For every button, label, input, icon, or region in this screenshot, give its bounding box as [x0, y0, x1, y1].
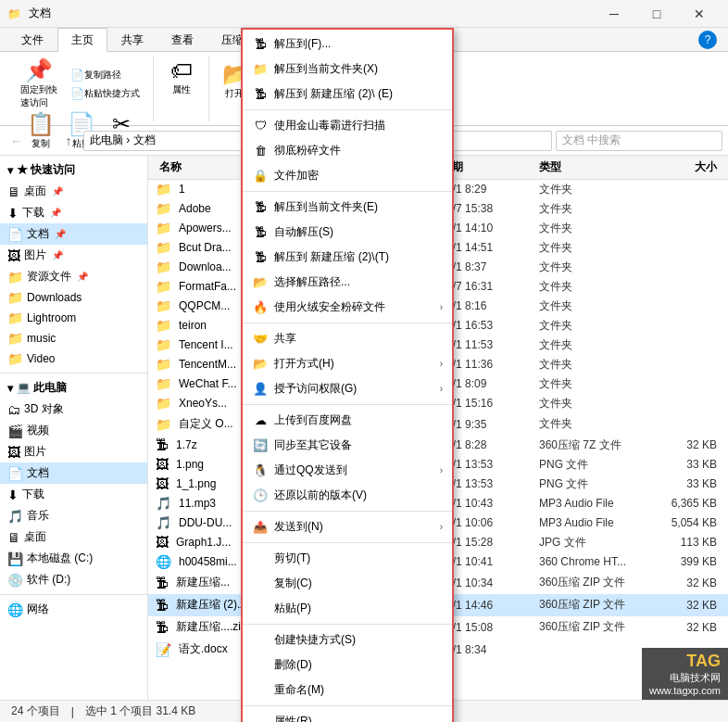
context-menu-item[interactable]: 🕒 还原以前的版本(V) — [243, 483, 452, 508]
ctx-item-label: 自动解压(S) — [274, 224, 443, 240]
file-type-icon: 📁 — [156, 318, 171, 333]
ctx-item-label: 同步至其它设备 — [274, 437, 443, 453]
sidebar-item-lightroom[interactable]: 📁 Lightroom — [0, 308, 147, 328]
context-menu-item[interactable]: 🔥 使用火绒安全粉碎文件 › — [243, 295, 452, 320]
context-menu-item[interactable]: 🗑 彻底粉碎文件 — [243, 138, 452, 163]
ctx-item-icon: 📂 — [252, 275, 269, 289]
forward-button[interactable]: → — [31, 130, 54, 152]
tab-file[interactable]: 文件 — [7, 28, 57, 52]
ctx-item-label: 剪切(T) — [274, 551, 443, 566]
context-menu-item[interactable]: 粘贴(P) — [243, 596, 452, 621]
context-menu-item[interactable]: 重命名(M) — [243, 678, 452, 703]
copy-path-button[interactable]: 📄 复制路径 — [65, 67, 145, 83]
sidebar-item-dl[interactable]: ⬇ 下载 — [0, 484, 147, 505]
context-menu-item[interactable]: 🔒 文件加密 — [243, 163, 452, 188]
ctx-item-label: 使用火绒安全粉碎文件 — [274, 299, 434, 315]
sidebar-item-3d[interactable]: 🗂 3D 对象 — [0, 399, 147, 420]
sidebar-item-downloads2[interactable]: 📁 Downloads — [0, 287, 147, 308]
close-button[interactable]: ✕ — [678, 0, 721, 28]
sidebar-item-pictures2[interactable]: 🖼 图片 — [0, 441, 147, 462]
file-type: JPG 文件 — [535, 535, 646, 551]
minimize-button[interactable]: ─ — [593, 0, 635, 28]
file-type-icon: 📁 — [156, 279, 171, 294]
pin-icon4: 📌 — [52, 250, 63, 260]
path-text: 此电脑 › 文档 — [90, 133, 156, 148]
header-type[interactable]: 类型 — [535, 158, 646, 177]
search-box[interactable]: 文档 中搜索 — [556, 131, 722, 151]
context-menu-item[interactable]: 🔄 同步至其它设备 — [243, 433, 452, 458]
file-type-icon: 📁 — [156, 182, 171, 196]
header-size[interactable]: 大小 — [646, 158, 721, 177]
sidebar-item-downloads[interactable]: ⬇ 下载 📌 — [0, 202, 147, 223]
context-menu-item[interactable]: 删除(D) — [243, 652, 452, 678]
watermark-site: 电脑技术网 — [649, 671, 721, 685]
context-menu-item[interactable]: 👤 授予访问权限(G) › — [243, 376, 452, 401]
sidebar-item-documents[interactable]: 📄 文档 📌 — [0, 223, 147, 245]
quick-access-header[interactable]: ▾ ★ 快速访问 — [0, 159, 147, 181]
file-type-icon: 🗜 — [156, 620, 169, 635]
file-type: 文件夹 — [535, 357, 646, 373]
status-total: 24 个项目 — [11, 703, 60, 719]
ctx-item-label: 解压到 新建压缩 (2)\ (E) — [274, 86, 443, 102]
status-separator: | — [71, 705, 74, 718]
context-menu-item[interactable]: 剪切(T) — [243, 546, 452, 571]
pin-to-quickaccess-button[interactable]: 📌 固定到快速访问 — [15, 57, 63, 111]
maximize-button[interactable]: □ — [635, 0, 678, 28]
context-menu-item[interactable]: 📂 选择解压路径... — [243, 270, 452, 295]
context-menu-item[interactable]: ☁ 上传到百度网盘 — [243, 408, 452, 433]
tab-home[interactable]: 主页 — [57, 28, 107, 52]
context-menu-item[interactable]: 📁 解压到当前文件夹(X) — [243, 57, 452, 82]
drive-icon: 💾 — [7, 551, 23, 566]
desktop-icon: 🖥 — [7, 184, 20, 199]
tab-view[interactable]: 查看 — [157, 28, 207, 52]
sidebar-item-desktop[interactable]: 🖥 桌面 📌 — [0, 181, 147, 202]
sidebar-item-desk2[interactable]: 🖥 桌面 — [0, 526, 147, 548]
sidebar-item-docs2[interactable]: 📄 文档 — [0, 462, 147, 484]
help-icon[interactable]: ? — [698, 31, 717, 49]
ctx-item-icon: 👤 — [252, 382, 269, 396]
sidebar-item-ddrive[interactable]: 💿 软件 (D:) — [0, 569, 147, 590]
file-type: 360压缩 ZIP 文件 — [535, 619, 646, 635]
context-menu-item[interactable]: 🛡 使用金山毒霸进行扫描 — [243, 113, 452, 138]
sidebar-item-video[interactable]: 📁 Video — [0, 348, 147, 369]
context-menu-item[interactable]: 🐧 通过QQ发送到 › — [243, 458, 452, 483]
sidebar-item-videos[interactable]: 🎬 视频 — [0, 420, 147, 441]
context-menu-item[interactable]: 🗜 解压到(F)... — [243, 32, 452, 57]
ctx-item-label: 解压到当前文件夹(E) — [274, 199, 443, 215]
up-button[interactable]: ↑ — [57, 130, 80, 152]
context-menu-item[interactable]: 🗜 解压到 新建压缩 (2)\(T) — [243, 245, 452, 270]
context-menu-item[interactable]: 复制(C) — [243, 571, 452, 596]
ctx-item-label: 共享 — [274, 331, 443, 347]
sidebar-item-music[interactable]: 📁 music — [0, 328, 147, 348]
back-button[interactable]: ← — [6, 130, 28, 152]
sidebar-item-resources[interactable]: 📁 资源文件 📌 — [0, 266, 147, 287]
file-type: 文件夹 — [535, 260, 646, 275]
sidebar-item-pictures[interactable]: 🖼 图片 📌 — [0, 245, 147, 266]
file-type: 文件夹 — [535, 201, 646, 217]
thispc-header[interactable]: ▾ 💻 此电脑 — [0, 377, 147, 399]
context-menu-item[interactable]: 🗜 解压到 新建压缩 (2)\ (E) — [243, 82, 452, 107]
context-menu-item[interactable]: 🤝 共享 — [243, 326, 452, 351]
sidebar-item-cdrive[interactable]: 💾 本地磁盘 (C:) — [0, 548, 147, 569]
watermark-tag: TAG — [649, 652, 721, 671]
context-menu-item[interactable]: 🗜 解压到当前文件夹(E) — [243, 195, 452, 220]
file-size: 32 KB — [646, 576, 721, 589]
submenu-arrow-icon: › — [440, 302, 443, 312]
context-menu-item[interactable]: 📤 发送到(N) › — [243, 514, 452, 539]
dl-icon: ⬇ — [7, 488, 19, 502]
context-menu-item[interactable]: 创建快捷方式(S) — [243, 627, 452, 652]
sidebar-divider1 — [0, 373, 147, 374]
sidebar-item-network[interactable]: 🌐 网络 — [0, 599, 147, 620]
context-menu-separator — [243, 191, 452, 192]
tab-share[interactable]: 共享 — [107, 28, 157, 52]
sidebar-item-audio[interactable]: 🎵 音乐 — [0, 505, 147, 526]
ctx-item-label: 文件加密 — [274, 168, 443, 184]
ctx-item-label: 打开方式(H) — [274, 356, 434, 372]
context-menu-item[interactable]: 🗜 自动解压(S) — [243, 220, 452, 245]
paste-shortcut-button[interactable]: 📄 粘贴快捷方式 — [65, 85, 145, 102]
context-menu-item[interactable]: 📂 打开方式(H) › — [243, 351, 452, 376]
pictures-icon: 🖼 — [7, 248, 20, 263]
folder-icon2: 📁 — [7, 290, 23, 305]
context-menu-item[interactable]: 属性(R) — [243, 709, 452, 722]
properties-button[interactable]: 🏷 属性 — [163, 57, 200, 98]
